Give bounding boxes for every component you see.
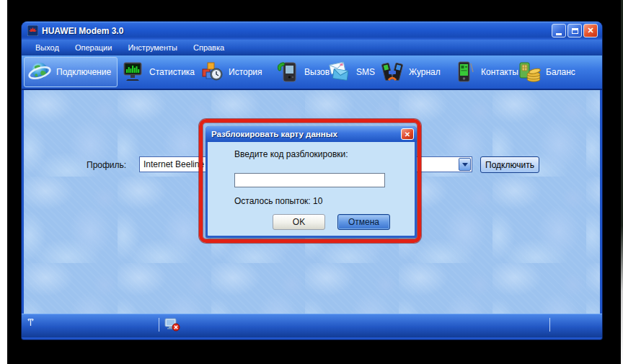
attempts-remaining-label: Осталось попыток: 10 xyxy=(234,196,322,206)
menu-item-exit[interactable]: Выход xyxy=(27,40,67,56)
toolbar-item-journal[interactable]: Журнал xyxy=(380,57,441,87)
menu-bar: Выход Операции Инструменты Справка xyxy=(22,40,602,56)
menu-item-tools[interactable]: Инструменты xyxy=(120,40,185,56)
screenshot: HUAWEI Modem 3.0 ✕ Выход Операции Инстру… xyxy=(0,0,623,364)
maximize-button[interactable] xyxy=(567,24,582,37)
toolbar-label: Баланс xyxy=(546,67,575,77)
menu-item-operations[interactable]: Операции xyxy=(67,40,120,56)
toolbar-label: Подключение xyxy=(56,67,111,77)
window-controls: ✕ xyxy=(552,24,598,37)
toolbar-item-call[interactable]: Вызов xyxy=(275,57,330,87)
main-content: Профиль: Internet Beeline Подключить Раз… xyxy=(24,90,600,314)
minimize-button[interactable] xyxy=(552,24,566,37)
history-icon xyxy=(200,61,224,84)
dialog-title: Разблокировать карту данных xyxy=(211,130,401,138)
toolbar-item-statistics[interactable]: Статистика xyxy=(120,57,195,87)
cancel-button[interactable]: Отмена xyxy=(337,214,390,230)
connection-offline-icon xyxy=(164,318,180,334)
unlock-dialog: Разблокировать карту данных ✕ Введите ко… xyxy=(206,126,417,238)
toolbar-item-contacts[interactable]: Контакты xyxy=(452,57,518,87)
dialog-body: Введите код разблокировки: Осталось попы… xyxy=(208,142,415,236)
toolbar-item-connection[interactable]: Подключение xyxy=(24,57,118,87)
title-bar[interactable]: HUAWEI Modem 3.0 ✕ xyxy=(22,22,602,40)
toolbar-item-balance[interactable]: Баланс xyxy=(517,57,575,87)
toolbar-item-sms[interactable]: SMS xyxy=(327,57,375,87)
status-bar xyxy=(22,314,602,337)
toolbar-label: Статистика xyxy=(149,67,195,77)
call-icon xyxy=(275,61,300,84)
toolbar-item-history[interactable]: История xyxy=(200,57,262,87)
dialog-close-button[interactable]: ✕ xyxy=(401,128,414,140)
globe-icon xyxy=(27,61,52,84)
close-button[interactable]: ✕ xyxy=(583,24,598,37)
profile-label: Профиль: xyxy=(87,157,126,173)
toolbar-label: История xyxy=(229,67,262,77)
toolbar-label: SMS xyxy=(356,67,375,77)
contacts-icon xyxy=(452,61,477,84)
toolbar-label: Контакты xyxy=(481,67,518,77)
window-title: HUAWEI Modem 3.0 xyxy=(42,26,552,36)
antenna-icon xyxy=(27,317,35,330)
unlock-code-label: Введите код разблокировки: xyxy=(234,149,348,159)
sms-envelope-icon xyxy=(327,61,352,84)
statusbar-divider xyxy=(549,318,550,332)
page-left-margin xyxy=(0,0,7,364)
journal-icon xyxy=(380,61,405,84)
statistics-icon xyxy=(120,61,145,84)
toolbar-label: Журнал xyxy=(409,67,441,77)
toolbar-label: Вызов xyxy=(304,67,330,77)
toolbar: Подключение xyxy=(22,56,602,90)
balance-icon xyxy=(517,61,542,84)
huawei-logo-icon xyxy=(27,25,38,36)
ok-button[interactable]: OK xyxy=(273,214,325,230)
app-window: HUAWEI Modem 3.0 ✕ Выход Операции Инстру… xyxy=(22,22,602,339)
connect-button[interactable]: Подключить xyxy=(480,156,539,173)
dialog-title-bar[interactable]: Разблокировать карту данных ✕ xyxy=(206,126,417,142)
menu-item-help[interactable]: Справка xyxy=(185,40,232,56)
chevron-down-icon[interactable] xyxy=(459,158,471,171)
unlock-code-input[interactable] xyxy=(234,173,385,187)
statusbar-divider xyxy=(159,318,159,332)
